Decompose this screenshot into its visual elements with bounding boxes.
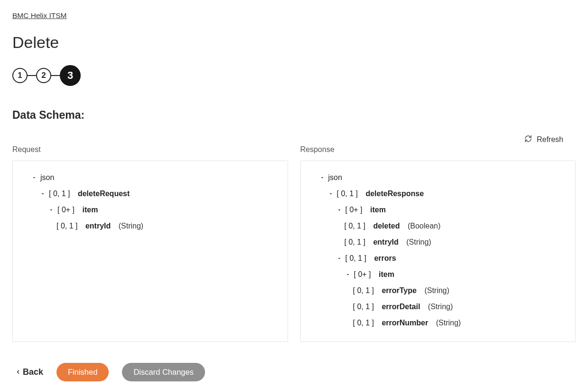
- tree-row[interactable]: [ 0, 1 ] deleted (Boolean): [310, 218, 566, 234]
- node-name: errorDetail: [382, 301, 420, 313]
- tree-row[interactable]: [ 0, 1 ] errorType (String): [310, 283, 566, 299]
- node-type: (String): [436, 317, 461, 329]
- node-type: (String): [428, 301, 453, 313]
- tree-row[interactable]: [ 0+ ] item: [22, 202, 278, 218]
- node-name: deleted: [373, 220, 400, 232]
- tree-row-root[interactable]: json: [310, 170, 566, 186]
- node-name: entryId: [85, 220, 111, 232]
- node-type: (Boolean): [408, 220, 440, 232]
- tree-row[interactable]: [ 0, 1 ] deleteResponse: [310, 186, 566, 202]
- cardinality: [ 0, 1 ]: [345, 237, 365, 248]
- chevron-down-icon[interactable]: [31, 174, 37, 181]
- step-connector: [51, 75, 60, 76]
- chevron-left-icon: [15, 367, 21, 377]
- chevron-down-icon[interactable]: [327, 190, 334, 197]
- step-2[interactable]: 2: [36, 68, 51, 83]
- cardinality: [ 0, 1 ]: [345, 220, 365, 232]
- refresh-label: Refresh: [537, 135, 563, 144]
- response-panel: json [ 0, 1 ] deleteResponse [ 0+ ] item…: [300, 161, 576, 342]
- tree-row[interactable]: [ 0, 1 ] errorDetail (String): [310, 299, 566, 315]
- node-name: errors: [374, 253, 396, 264]
- tree-row[interactable]: [ 0, 1 ] entryId (String): [22, 218, 278, 234]
- refresh-button[interactable]: Refresh: [524, 135, 563, 144]
- tree-row[interactable]: [ 0+ ] item: [310, 202, 566, 218]
- tree-row[interactable]: [ 0+ ] item: [310, 266, 566, 283]
- node-name: deleteRequest: [78, 188, 130, 199]
- breadcrumb-link[interactable]: BMC Helix ITSM: [12, 11, 67, 20]
- chevron-down-icon[interactable]: [345, 271, 351, 278]
- node-name: item: [379, 269, 394, 280]
- step-3[interactable]: 3: [60, 65, 81, 86]
- cardinality: [ 0, 1 ]: [49, 188, 70, 199]
- page-title: Delete: [12, 33, 576, 52]
- chevron-down-icon[interactable]: [336, 255, 343, 262]
- cardinality: [ 0, 1 ]: [56, 220, 77, 232]
- node-name: errorType: [382, 285, 417, 296]
- node-type: (String): [424, 285, 449, 296]
- step-connector: [28, 75, 36, 76]
- refresh-icon: [524, 135, 532, 144]
- request-panel: json [ 0, 1 ] deleteRequest [ 0+ ] item …: [12, 161, 288, 342]
- cardinality: [ 0+ ]: [57, 204, 75, 216]
- node-type: (String): [119, 220, 143, 232]
- node-name: errorNumber: [382, 317, 428, 329]
- chevron-down-icon[interactable]: [336, 207, 343, 213]
- node-name: item: [82, 204, 98, 216]
- node-name: entryId: [373, 237, 398, 248]
- discard-changes-button[interactable]: Discard Changes: [122, 363, 205, 381]
- node-name: deleteResponse: [365, 188, 424, 199]
- tree-row-root[interactable]: json: [22, 170, 278, 186]
- node-name: item: [370, 204, 386, 216]
- node-label: json: [328, 172, 342, 183]
- step-1[interactable]: 1: [12, 68, 28, 83]
- response-panel-label: Response: [300, 145, 576, 154]
- tree-row[interactable]: [ 0, 1 ] errorNumber (String): [310, 315, 566, 331]
- request-panel-label: Request: [12, 145, 288, 154]
- step-indicator: 1 2 3: [12, 65, 576, 86]
- cardinality: [ 0+ ]: [345, 204, 363, 216]
- node-type: (String): [406, 237, 431, 248]
- section-title: Data Schema:: [12, 109, 576, 122]
- cardinality: [ 0, 1 ]: [353, 301, 374, 313]
- cardinality: [ 0, 1 ]: [353, 317, 374, 329]
- tree-row[interactable]: [ 0, 1 ] errors: [310, 250, 566, 266]
- back-label: Back: [23, 367, 43, 377]
- cardinality: [ 0+ ]: [354, 269, 371, 280]
- finished-button[interactable]: Finished: [56, 363, 109, 381]
- cardinality: [ 0, 1 ]: [337, 188, 358, 199]
- chevron-down-icon[interactable]: [39, 190, 46, 197]
- tree-row[interactable]: [ 0, 1 ] entryId (String): [310, 234, 566, 250]
- chevron-down-icon[interactable]: [319, 174, 326, 181]
- tree-row[interactable]: [ 0, 1 ] deleteRequest: [22, 186, 278, 202]
- cardinality: [ 0, 1 ]: [353, 285, 374, 296]
- chevron-down-icon[interactable]: [48, 207, 55, 213]
- node-label: json: [40, 172, 54, 183]
- cardinality: [ 0, 1 ]: [345, 253, 366, 264]
- back-button[interactable]: Back: [15, 367, 43, 377]
